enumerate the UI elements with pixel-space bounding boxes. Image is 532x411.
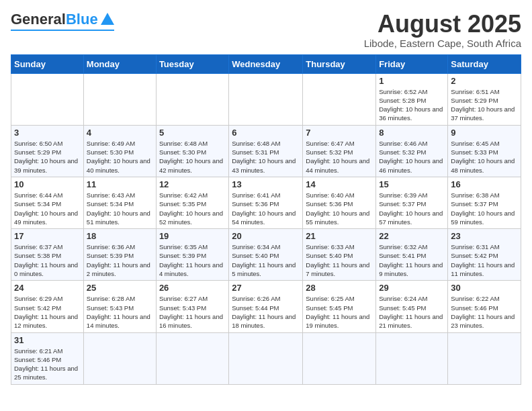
week-row-4: 24Sunrise: 6:29 AM Sunset: 5:42 PM Dayli…: [11, 281, 521, 332]
calendar-cell: [83, 332, 156, 384]
calendar-cell: 30Sunrise: 6:22 AM Sunset: 5:46 PM Dayli…: [448, 281, 521, 332]
day-number: 23: [451, 231, 518, 241]
day-info: Sunrise: 6:24 AM Sunset: 5:45 PM Dayligh…: [379, 294, 445, 330]
day-number: 16: [451, 179, 518, 189]
day-number: 8: [379, 128, 445, 138]
day-info: Sunrise: 6:25 AM Sunset: 5:45 PM Dayligh…: [306, 294, 373, 330]
calendar-cell: 21Sunrise: 6:33 AM Sunset: 5:40 PM Dayli…: [303, 229, 376, 281]
day-of-week-monday: Monday: [83, 54, 156, 73]
day-number: 18: [87, 231, 153, 241]
day-number: 12: [159, 179, 226, 189]
week-row-1: 3Sunrise: 6:50 AM Sunset: 5:29 PM Daylig…: [11, 125, 521, 177]
calendar-cell: [11, 73, 84, 125]
calendar-cell: 25Sunrise: 6:28 AM Sunset: 5:43 PM Dayli…: [83, 281, 156, 332]
calendar-cell: [376, 332, 448, 384]
day-info: Sunrise: 6:26 AM Sunset: 5:44 PM Dayligh…: [232, 294, 300, 330]
day-info: Sunrise: 6:31 AM Sunset: 5:42 PM Dayligh…: [451, 242, 518, 278]
calendar-cell: 10Sunrise: 6:44 AM Sunset: 5:34 PM Dayli…: [11, 177, 84, 228]
day-number: 27: [232, 283, 300, 293]
calendar-cell: 2Sunrise: 6:51 AM Sunset: 5:29 PM Daylig…: [448, 73, 521, 125]
day-info: Sunrise: 6:43 AM Sunset: 5:34 PM Dayligh…: [87, 191, 153, 226]
day-number: 29: [379, 283, 445, 293]
day-number: 24: [14, 283, 81, 293]
calendar-cell: 6Sunrise: 6:48 AM Sunset: 5:31 PM Daylig…: [229, 125, 303, 177]
day-number: 11: [87, 179, 153, 189]
day-info: Sunrise: 6:35 AM Sunset: 5:39 PM Dayligh…: [159, 242, 226, 278]
calendar-cell: 31Sunrise: 6:21 AM Sunset: 5:46 PM Dayli…: [11, 332, 84, 384]
day-info: Sunrise: 6:48 AM Sunset: 5:31 PM Dayligh…: [232, 139, 300, 175]
logo: General Blue: [11, 11, 114, 31]
calendar-cell: 24Sunrise: 6:29 AM Sunset: 5:42 PM Dayli…: [11, 281, 84, 332]
day-number: 3: [14, 128, 81, 138]
day-info: Sunrise: 6:47 AM Sunset: 5:32 PM Dayligh…: [306, 139, 373, 175]
calendar-cell: 22Sunrise: 6:32 AM Sunset: 5:41 PM Dayli…: [376, 229, 448, 281]
calendar-cell: 17Sunrise: 6:37 AM Sunset: 5:38 PM Dayli…: [11, 229, 84, 281]
day-info: Sunrise: 6:40 AM Sunset: 5:36 PM Dayligh…: [306, 191, 373, 226]
day-number: 22: [379, 231, 445, 241]
day-number: 5: [159, 128, 226, 138]
day-info: Sunrise: 6:22 AM Sunset: 5:46 PM Dayligh…: [451, 294, 518, 330]
day-number: 2: [451, 76, 518, 86]
calendar-cell: [156, 332, 228, 384]
week-row-5: 31Sunrise: 6:21 AM Sunset: 5:46 PM Dayli…: [11, 332, 521, 384]
day-number: 21: [306, 231, 373, 241]
day-of-week-thursday: Thursday: [303, 54, 376, 73]
day-number: 26: [159, 283, 226, 293]
day-number: 28: [306, 283, 373, 293]
calendar-cell: 15Sunrise: 6:39 AM Sunset: 5:37 PM Dayli…: [376, 177, 448, 228]
calendar-cell: [448, 332, 521, 384]
logo-general-text: General: [11, 11, 66, 28]
day-info: Sunrise: 6:50 AM Sunset: 5:29 PM Dayligh…: [14, 139, 81, 175]
day-number: 30: [451, 283, 518, 293]
calendar-cell: 8Sunrise: 6:46 AM Sunset: 5:32 PM Daylig…: [376, 125, 448, 177]
day-info: Sunrise: 6:32 AM Sunset: 5:41 PM Dayligh…: [379, 242, 445, 278]
day-number: 15: [379, 179, 445, 189]
day-of-week-wednesday: Wednesday: [229, 54, 303, 73]
calendar-cell: 18Sunrise: 6:36 AM Sunset: 5:39 PM Dayli…: [83, 229, 156, 281]
calendar-cell: 23Sunrise: 6:31 AM Sunset: 5:42 PM Dayli…: [448, 229, 521, 281]
logo-triangle-icon: [101, 13, 114, 25]
day-info: Sunrise: 6:34 AM Sunset: 5:40 PM Dayligh…: [232, 242, 300, 278]
day-info: Sunrise: 6:36 AM Sunset: 5:39 PM Dayligh…: [87, 242, 153, 278]
calendar-cell: [83, 73, 156, 125]
calendar-cell: 9Sunrise: 6:45 AM Sunset: 5:33 PM Daylig…: [448, 125, 521, 177]
day-info: Sunrise: 6:38 AM Sunset: 5:37 PM Dayligh…: [451, 191, 518, 226]
day-number: 20: [232, 231, 300, 241]
day-number: 31: [14, 335, 81, 345]
day-of-week-saturday: Saturday: [448, 54, 521, 73]
day-info: Sunrise: 6:49 AM Sunset: 5:30 PM Dayligh…: [87, 139, 153, 175]
day-number: 9: [451, 128, 518, 138]
day-of-week-tuesday: Tuesday: [156, 54, 228, 73]
day-info: Sunrise: 6:52 AM Sunset: 5:28 PM Dayligh…: [379, 87, 445, 123]
day-number: 7: [306, 128, 373, 138]
logo-underline: [11, 30, 114, 31]
day-number: 4: [87, 128, 153, 138]
calendar-cell: [229, 332, 303, 384]
calendar-cell: 5Sunrise: 6:48 AM Sunset: 5:30 PM Daylig…: [156, 125, 228, 177]
calendar-cell: 19Sunrise: 6:35 AM Sunset: 5:39 PM Dayli…: [156, 229, 228, 281]
calendar-cell: 26Sunrise: 6:27 AM Sunset: 5:43 PM Dayli…: [156, 281, 228, 332]
calendar-cell: 1Sunrise: 6:52 AM Sunset: 5:28 PM Daylig…: [376, 73, 448, 125]
calendar-subtitle: Libode, Eastern Cape, South Africa: [364, 38, 521, 49]
day-info: Sunrise: 6:51 AM Sunset: 5:29 PM Dayligh…: [451, 87, 518, 123]
day-info: Sunrise: 6:44 AM Sunset: 5:34 PM Dayligh…: [14, 191, 81, 226]
calendar-cell: [156, 73, 228, 125]
calendar-cell: 3Sunrise: 6:50 AM Sunset: 5:29 PM Daylig…: [11, 125, 84, 177]
day-of-week-sunday: Sunday: [11, 54, 84, 73]
calendar-cell: 20Sunrise: 6:34 AM Sunset: 5:40 PM Dayli…: [229, 229, 303, 281]
calendar-cell: 11Sunrise: 6:43 AM Sunset: 5:34 PM Dayli…: [83, 177, 156, 228]
page-header: General Blue August 2025 Libode, Eastern…: [11, 11, 521, 49]
calendar-cell: [303, 73, 376, 125]
day-info: Sunrise: 6:21 AM Sunset: 5:46 PM Dayligh…: [14, 347, 81, 382]
day-info: Sunrise: 6:48 AM Sunset: 5:30 PM Dayligh…: [159, 139, 226, 175]
day-number: 14: [306, 179, 373, 189]
calendar-cell: 7Sunrise: 6:47 AM Sunset: 5:32 PM Daylig…: [303, 125, 376, 177]
day-info: Sunrise: 6:42 AM Sunset: 5:35 PM Dayligh…: [159, 191, 226, 226]
title-block: August 2025 Libode, Eastern Cape, South …: [364, 11, 521, 49]
calendar-table: SundayMondayTuesdayWednesdayThursdayFrid…: [11, 54, 521, 385]
day-number: 1: [379, 76, 445, 86]
day-number: 13: [232, 179, 300, 189]
day-number: 25: [87, 283, 153, 293]
calendar-body: 1Sunrise: 6:52 AM Sunset: 5:28 PM Daylig…: [11, 73, 521, 384]
day-info: Sunrise: 6:39 AM Sunset: 5:37 PM Dayligh…: [379, 191, 445, 226]
